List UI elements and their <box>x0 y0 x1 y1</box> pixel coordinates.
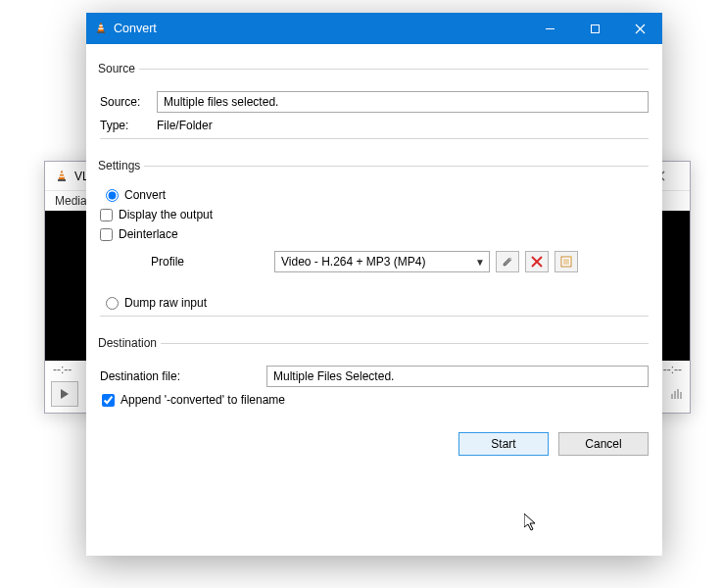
start-button[interactable]: Start <box>458 432 549 456</box>
display-output-input[interactable] <box>100 209 113 221</box>
play-button[interactable] <box>51 381 78 407</box>
svg-rect-9 <box>680 392 682 399</box>
svg-marker-10 <box>98 23 104 31</box>
svg-rect-12 <box>98 28 103 29</box>
svg-marker-4 <box>61 389 69 399</box>
type-label: Type: <box>100 119 157 132</box>
source-input[interactable] <box>157 91 649 113</box>
convert-radio-label: Convert <box>124 188 166 202</box>
destination-group: Destination Destination file: Append '-c… <box>100 336 649 418</box>
delete-profile-button[interactable] <box>525 251 549 272</box>
svg-rect-2 <box>59 175 64 176</box>
eq-icon[interactable] <box>670 386 684 403</box>
settings-legend: Settings <box>98 159 144 172</box>
source-legend: Source <box>98 62 139 75</box>
time-total: --:-- <box>663 363 682 376</box>
profile-value: Video - H.264 + MP3 (MP4) <box>281 255 426 269</box>
type-value: File/Folder <box>157 119 213 132</box>
svg-rect-15 <box>591 24 599 32</box>
dialog-title: Convert <box>114 22 527 35</box>
display-output-checkbox[interactable]: Display the output <box>100 208 649 221</box>
minimize-button[interactable] <box>527 13 572 44</box>
destination-label: Destination file: <box>100 369 227 383</box>
dump-raw-radio[interactable]: Dump raw input <box>106 296 649 310</box>
maximize-button[interactable] <box>572 13 617 44</box>
svg-rect-13 <box>97 31 105 33</box>
menu-media[interactable]: Media <box>55 194 87 208</box>
convert-radio-input[interactable] <box>106 189 119 202</box>
svg-rect-3 <box>58 179 66 181</box>
dump-raw-input[interactable] <box>106 297 119 310</box>
dump-raw-label: Dump raw input <box>124 296 207 310</box>
source-group: Source Source: Type: File/Folder <box>100 62 649 145</box>
deinterlace-label: Deinterlace <box>119 227 178 241</box>
display-output-label: Display the output <box>119 208 213 221</box>
close-button[interactable] <box>617 13 662 44</box>
destination-legend: Destination <box>98 336 161 350</box>
vlc-cone-icon <box>94 22 108 35</box>
dialog-button-row: Start Cancel <box>100 432 649 456</box>
append-converted-input[interactable] <box>102 394 115 407</box>
source-label: Source: <box>100 95 157 109</box>
profile-label: Profile <box>151 255 268 269</box>
append-converted-checkbox[interactable]: Append '-converted' to filename <box>102 393 649 407</box>
convert-radio[interactable]: Convert <box>106 188 649 202</box>
svg-rect-7 <box>674 391 676 399</box>
svg-point-16 <box>509 258 511 260</box>
vlc-cone-icon <box>55 170 69 183</box>
svg-marker-0 <box>59 171 65 179</box>
append-converted-label: Append '-converted' to filename <box>120 393 285 407</box>
dialog-titlebar: Convert <box>86 13 662 44</box>
convert-dialog: Convert Source Source: Type: File/Folder <box>86 13 662 556</box>
edit-profile-button[interactable] <box>496 251 519 272</box>
svg-rect-11 <box>99 25 103 26</box>
svg-rect-1 <box>60 172 64 173</box>
svg-rect-6 <box>671 394 673 399</box>
chevron-down-icon: ▼ <box>475 257 485 268</box>
svg-rect-8 <box>677 389 679 399</box>
cancel-button[interactable]: Cancel <box>558 432 649 456</box>
deinterlace-checkbox[interactable]: Deinterlace <box>100 227 649 241</box>
deinterlace-input[interactable] <box>100 228 113 241</box>
time-elapsed: --:-- <box>53 363 72 376</box>
svg-marker-21 <box>570 256 572 258</box>
new-profile-button[interactable] <box>554 251 578 272</box>
profile-combobox[interactable]: Video - H.264 + MP3 (MP4) ▼ <box>274 251 490 272</box>
settings-group: Settings Convert Display the output Dein… <box>100 159 649 322</box>
destination-input[interactable] <box>266 366 649 387</box>
